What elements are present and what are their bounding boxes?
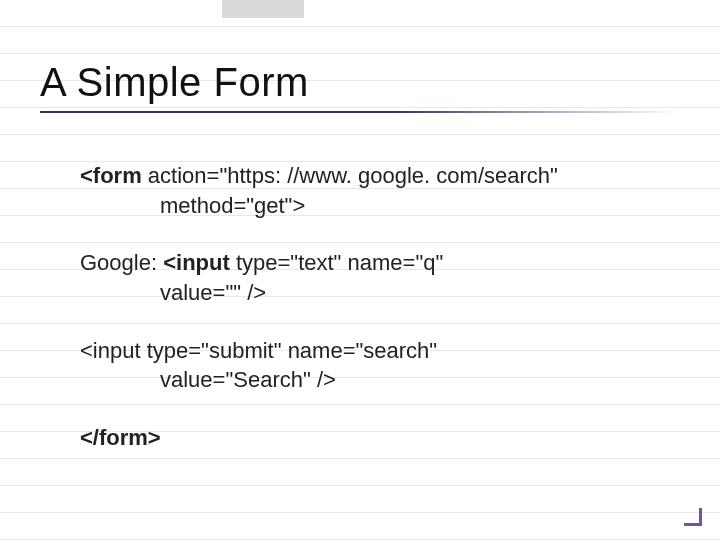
- code-tag: <input: [163, 250, 230, 275]
- code-line: value="Search" />: [80, 365, 680, 395]
- slide-content: A Simple Form <form action="https: //www…: [0, 0, 720, 453]
- code-form-open: <form action="https: //www. google. com/…: [80, 161, 680, 220]
- slide-title: A Simple Form: [40, 60, 680, 105]
- code-block: <form action="https: //www. google. com/…: [40, 161, 680, 453]
- code-tag: </form>: [80, 425, 161, 450]
- code-tag: <form: [80, 163, 142, 188]
- code-text: action="https: //www. google. com/search…: [142, 163, 558, 188]
- code-text: type="text" name="q": [230, 250, 443, 275]
- title-underline: [40, 111, 680, 113]
- code-text: Google:: [80, 250, 163, 275]
- code-line: Google: <input type="text" name="q": [80, 248, 680, 278]
- corner-decor-icon: [684, 508, 702, 526]
- code-line: method="get">: [80, 191, 680, 221]
- code-line: value="" />: [80, 278, 680, 308]
- code-input-submit: <input type="submit" name="search" value…: [80, 336, 680, 395]
- code-line: <form action="https: //www. google. com/…: [80, 161, 680, 191]
- code-form-close: </form>: [80, 423, 680, 453]
- code-input-text: Google: <input type="text" name="q" valu…: [80, 248, 680, 307]
- code-line: <input type="submit" name="search": [80, 336, 680, 366]
